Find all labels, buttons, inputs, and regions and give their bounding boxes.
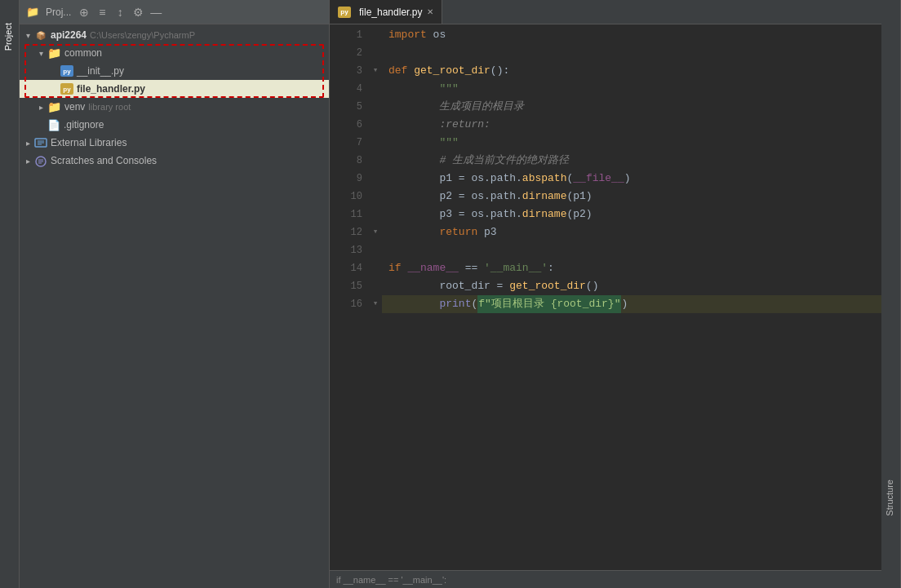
tree-item-scratches[interactable]: Scratches and Consoles bbox=[20, 152, 329, 170]
token: (p2) bbox=[566, 206, 592, 223]
token: ) bbox=[624, 170, 631, 188]
tree-item-common[interactable]: 📁 common bbox=[20, 44, 329, 62]
common-arrow bbox=[36, 48, 46, 58]
code-line-3: def get_root_dir(): bbox=[382, 62, 881, 80]
gitignore-file-icon: 📄 bbox=[47, 119, 60, 131]
tab-label: file_handler.py bbox=[359, 7, 422, 18]
fold-11 bbox=[369, 204, 382, 222]
token: p1 bbox=[388, 170, 459, 188]
tab-close-icon[interactable]: ✕ bbox=[427, 7, 433, 16]
minimize-icon[interactable]: — bbox=[149, 6, 162, 19]
token: ) bbox=[621, 295, 628, 313]
scratches-icon bbox=[34, 154, 47, 167]
token: p2 = os.path. bbox=[388, 188, 522, 206]
scratches-label: Scratches and Consoles bbox=[51, 155, 157, 166]
tree-item-init[interactable]: py __init__.py bbox=[20, 62, 329, 80]
tree-item-root[interactable]: 📦 api2264 C:\Users\zengy\PycharmP bbox=[20, 26, 329, 44]
project-root-name: api2264 bbox=[51, 29, 87, 41]
token: print bbox=[439, 295, 471, 313]
token: (p1) bbox=[566, 188, 592, 206]
tree-item-file-handler[interactable]: py file_handler.py bbox=[20, 80, 329, 98]
fold-16[interactable]: ▾ bbox=[369, 294, 382, 312]
sidebar-header: 📁 Proj... ⊕ ≡ ↕ ⚙ — bbox=[20, 0, 329, 24]
fold-3[interactable]: ▾ bbox=[369, 60, 382, 78]
code-line-11: p3 = os.path.dirname(p2) bbox=[382, 206, 881, 223]
line-num-14: 14 ▶ bbox=[330, 259, 362, 277]
line-num-7: 7 bbox=[330, 134, 362, 152]
token: = bbox=[459, 170, 472, 188]
line-num-2: 2 bbox=[330, 44, 362, 62]
editor-tabs: py file_handler.py ✕ bbox=[330, 0, 881, 24]
scratches-arrow bbox=[23, 156, 33, 166]
code-line-12: return p3 bbox=[382, 223, 881, 241]
external-arrow bbox=[23, 138, 33, 148]
init-label: __init__.py bbox=[77, 65, 124, 77]
line-num-8: 8 bbox=[330, 152, 362, 170]
token: get_root_dir bbox=[509, 277, 586, 295]
line-num-1: 1 bbox=[330, 26, 362, 44]
venv-arrow bbox=[36, 102, 46, 112]
token: (): bbox=[490, 62, 509, 80]
tree-item-gitignore[interactable]: 📄 .gitignore bbox=[20, 116, 329, 134]
fold-13 bbox=[369, 240, 382, 258]
file-tree: 📦 api2264 C:\Users\zengy\PycharmP 📁 comm… bbox=[20, 24, 329, 588]
fold-1 bbox=[369, 24, 382, 42]
token: if bbox=[388, 259, 407, 277]
selection-group: 📁 common py __init__.py py bbox=[20, 44, 329, 98]
settings-icon[interactable]: ⚙ bbox=[131, 6, 144, 19]
tab-icon: py bbox=[338, 7, 351, 18]
expand-icon[interactable]: ↕ bbox=[113, 6, 126, 19]
tree-item-venv[interactable]: 📁 venv library root bbox=[20, 98, 329, 116]
add-icon[interactable]: ⊕ bbox=[78, 6, 91, 19]
line-num-11: 11 bbox=[330, 206, 362, 223]
bottom-status-bar: if __name__ == '__main__': bbox=[330, 570, 881, 588]
fold-10 bbox=[369, 186, 382, 204]
structure-tab-label[interactable]: Structure bbox=[881, 473, 898, 523]
tree-item-external[interactable]: External Libraries bbox=[20, 134, 329, 152]
code-line-5: 生成项目的根目录 bbox=[382, 98, 881, 116]
code-line-6: :return: bbox=[382, 116, 881, 134]
external-icon bbox=[34, 137, 47, 148]
token: """ bbox=[388, 134, 459, 152]
fold-12[interactable]: ▾ bbox=[369, 222, 382, 240]
fold-gutter: ▾ ▾ ▾ bbox=[369, 24, 382, 570]
line-num-4: 4 bbox=[330, 80, 362, 98]
code-container: 1 2 3 4 5 6 7 8 9 10 11 12 13 14 bbox=[330, 24, 881, 570]
project-sidebar: 📁 Proj... ⊕ ≡ ↕ ⚙ — 📦 api226 bbox=[20, 0, 330, 588]
code-line-2 bbox=[382, 44, 881, 62]
code-line-14: if __name__ == '__main__': bbox=[382, 259, 881, 277]
collapse-icon[interactable]: ≡ bbox=[95, 6, 109, 19]
token: os bbox=[433, 26, 446, 44]
token: :return: bbox=[388, 116, 490, 134]
line-num-15: 15 bbox=[330, 277, 362, 295]
init-py-icon: py bbox=[60, 65, 73, 77]
token: p3 = os.path. bbox=[388, 206, 522, 223]
line-numbers: 1 2 3 4 5 6 7 8 9 10 11 12 13 14 bbox=[330, 24, 369, 570]
token: import bbox=[388, 26, 433, 44]
token bbox=[388, 223, 439, 241]
token: 生成项目的根目录 bbox=[388, 98, 524, 116]
external-label: External Libraries bbox=[51, 137, 126, 148]
project-tab-label[interactable]: Project bbox=[0, 16, 16, 57]
fold-5 bbox=[369, 96, 382, 114]
line-num-12: 12 bbox=[330, 223, 362, 241]
venv-label: venv bbox=[64, 101, 85, 113]
venv-sublabel: library root bbox=[88, 102, 131, 112]
fold-14 bbox=[369, 258, 382, 276]
line-num-9: 9 bbox=[330, 170, 362, 188]
project-side-panel: Project bbox=[0, 0, 20, 588]
token: '__main__' bbox=[484, 259, 548, 277]
active-tab[interactable]: py file_handler.py ✕ bbox=[330, 0, 442, 24]
line-num-16: 16 bbox=[330, 295, 362, 313]
code-line-4: """ bbox=[382, 80, 881, 98]
token: () bbox=[586, 277, 599, 295]
token: # 生成当前文件的绝对路径 bbox=[388, 152, 569, 170]
code-line-16: print(f"项目根目录 {root_dir}") bbox=[382, 295, 881, 313]
code-line-1: import os bbox=[382, 26, 881, 44]
token: """ bbox=[388, 80, 459, 98]
token bbox=[388, 295, 439, 313]
code-lines[interactable]: import os def get_root_dir(): """ bbox=[382, 24, 881, 570]
token: ( bbox=[471, 295, 477, 313]
line-num-13: 13 bbox=[330, 241, 362, 259]
handler-label: file_handler.py bbox=[77, 83, 145, 95]
